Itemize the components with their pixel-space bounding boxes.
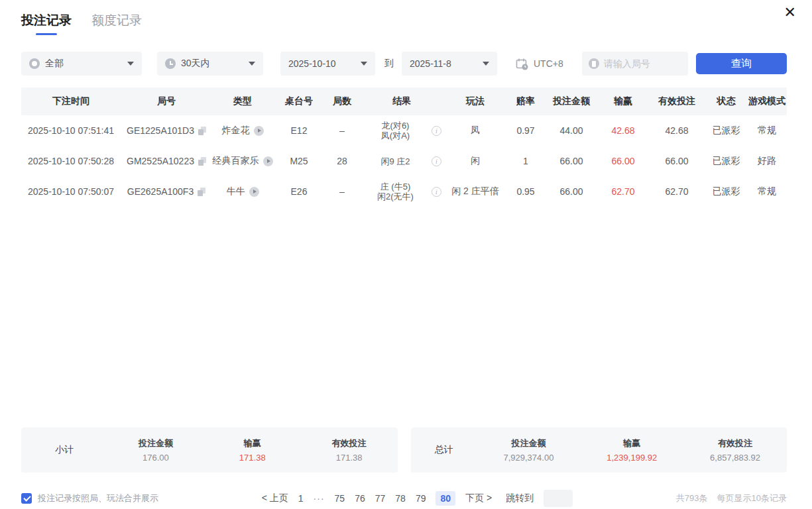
category-select[interactable]: 全部 — [21, 52, 142, 76]
tab-quota-records[interactable]: 额度记录 — [91, 12, 142, 35]
cell-game-type: 牛牛 — [212, 186, 273, 198]
total-valid-bet: 有效投注 6,857,883.92 — [683, 437, 787, 463]
subtotal-win-loss: 输赢 171.38 — [204, 437, 301, 463]
timezone-label: UTC+8 — [534, 58, 563, 69]
round-id-text: GE2625A100F3 — [127, 186, 194, 197]
merge-checkbox[interactable] — [21, 493, 32, 504]
close-icon[interactable]: ✕ — [784, 5, 796, 20]
col-game-mode: 游戏模式 — [747, 95, 787, 107]
play-video-icon[interactable] — [249, 187, 259, 197]
play-video-icon[interactable] — [254, 126, 264, 136]
cell-bet-amount: 66.00 — [545, 186, 598, 197]
cell-odds: 1 — [506, 156, 545, 166]
table-empty-area — [21, 207, 787, 427]
cell-status: 已派彩 — [705, 186, 747, 198]
copy-icon[interactable] — [198, 127, 206, 135]
info-icon[interactable]: i — [432, 187, 441, 197]
date-to-select[interactable]: 2025-11-8 — [402, 52, 497, 76]
cell-status: 已派彩 — [705, 125, 747, 137]
page-button-80-current[interactable]: 80 — [435, 491, 455, 506]
table-row: 2025-10-10 07:51:41 GE1225A101D3 炸金花 E12… — [21, 115, 787, 146]
subtotal-label: 小计 — [21, 444, 107, 456]
date-from-value: 2025-10-10 — [288, 58, 336, 69]
cell-bet-time: 2025-10-10 07:50:07 — [21, 186, 121, 197]
subtotal-valid-bet: 有效投注 171.38 — [301, 437, 398, 463]
chevron-down-icon — [361, 62, 367, 66]
chevron-down-icon — [483, 62, 489, 66]
tab-bet-records[interactable]: 投注记录 — [21, 12, 72, 35]
total-panel: 总计 投注金额 7,929,374.00 输赢 1,239,199.92 有效投… — [411, 427, 787, 473]
round-search-input[interactable] — [604, 58, 677, 69]
col-game-type: 类型 — [212, 95, 273, 107]
filter-bar: 全部 30天内 2025-10-10 到 2025-11-8 — [21, 52, 787, 76]
result-text: 闲9 庄2 — [359, 156, 432, 166]
subtotal-panel: 小计 投注金额 176.00 输赢 171.38 有效投注 171.38 — [21, 427, 398, 473]
table-row: 2025-10-10 07:50:07 GE2625A100F3 牛牛 E26 … — [21, 176, 787, 207]
tab-bar: 投注记录 额度记录 — [21, 12, 787, 35]
cell-result: 闲9 庄2 i — [359, 156, 444, 166]
cell-round-id: GE2625A100F3 — [121, 186, 212, 197]
prev-page-button[interactable]: < 上页 — [262, 492, 288, 504]
copy-icon[interactable] — [198, 188, 205, 196]
cell-odds: 0.97 — [506, 125, 545, 136]
cell-game-type: 炸金花 — [212, 125, 273, 137]
page-button-79[interactable]: 79 — [416, 493, 426, 504]
col-odds: 赔率 — [506, 95, 545, 107]
date-range-to-label: 到 — [384, 58, 394, 70]
play-video-icon[interactable] — [263, 156, 273, 166]
col-table-no: 桌台号 — [273, 95, 325, 107]
cell-bet-amount: 44.00 — [545, 125, 598, 136]
table-row: 2025-10-10 07:50:28 GM2525A10223 经典百家乐 M… — [21, 146, 787, 176]
page-button-1[interactable]: 1 — [298, 493, 304, 504]
page-button-78[interactable]: 78 — [395, 493, 406, 504]
chevron-down-icon — [127, 62, 134, 66]
cell-round-id: GE1225A101D3 — [121, 125, 212, 136]
col-result: 结果 — [359, 95, 444, 107]
footer-bar: 投注记录按照局、玩法合并展示 < 上页 1 ··· 75 76 77 78 79… — [21, 490, 787, 507]
next-page-button[interactable]: 下页 > — [465, 492, 492, 504]
date-from-select[interactable]: 2025-10-10 — [280, 52, 375, 76]
cell-bet-time: 2025-10-10 07:50:28 — [21, 156, 121, 166]
records-info: 共793条 每页显示10条记录 — [676, 492, 787, 504]
round-search-field[interactable] — [582, 52, 688, 76]
cell-play-type: 闲 — [444, 155, 506, 167]
jump-page-input[interactable] — [544, 490, 573, 507]
total-records-text: 共793条 — [676, 492, 708, 504]
query-button[interactable]: 查询 — [696, 53, 787, 74]
info-icon[interactable]: i — [432, 156, 441, 166]
col-bet-amount: 投注金额 — [545, 95, 598, 107]
info-icon[interactable]: i — [432, 126, 441, 136]
time-range-select-value: 30天内 — [181, 58, 210, 70]
cell-result: 龙(对6) 凤(对A) i — [359, 121, 444, 141]
copy-icon[interactable] — [198, 157, 206, 166]
col-valid-bet: 有效投注 — [648, 95, 705, 107]
chip-icon — [29, 58, 40, 69]
cell-bet-time: 2025-10-10 07:51:41 — [21, 125, 121, 136]
page-button-76[interactable]: 76 — [355, 493, 365, 504]
date-to-value: 2025-11-8 — [410, 58, 451, 69]
cell-valid-bet: 42.68 — [648, 125, 705, 136]
active-tab-underline — [36, 33, 57, 35]
clock-icon — [165, 58, 176, 69]
cell-round-id: GM2525A10223 — [121, 156, 212, 166]
cell-win-loss: 66.00 — [598, 156, 648, 166]
cell-play-type: 闲 2 庄平倍 — [444, 186, 506, 198]
page-button-77[interactable]: 77 — [375, 493, 386, 504]
total-bet-amount: 投注金额 7,929,374.00 — [477, 437, 581, 463]
cell-game-mode: 常规 — [747, 125, 787, 137]
game-type-text: 经典百家乐 — [213, 155, 259, 167]
merge-toggle[interactable]: 投注记录按照局、玩法合并展示 — [21, 492, 158, 504]
timezone-control[interactable]: UTC+8 — [516, 58, 563, 70]
cell-win-loss: 62.70 — [598, 186, 648, 197]
cell-win-loss: 42.68 — [598, 125, 648, 136]
cell-table-no: E12 — [273, 125, 325, 136]
cell-result: 庄 (牛5) 闲2(无牛) i — [359, 182, 444, 201]
cell-valid-bet: 66.00 — [648, 156, 705, 166]
cell-valid-bet: 62.70 — [648, 186, 705, 197]
category-select-value: 全部 — [45, 58, 64, 70]
page-button-75[interactable]: 75 — [335, 493, 345, 504]
round-id-text: GE1225A101D3 — [127, 125, 194, 136]
round-id-text: GM2525A10223 — [127, 156, 194, 166]
time-range-select[interactable]: 30天内 — [157, 52, 263, 76]
subtotal-bet-amount: 投注金额 176.00 — [107, 437, 204, 463]
